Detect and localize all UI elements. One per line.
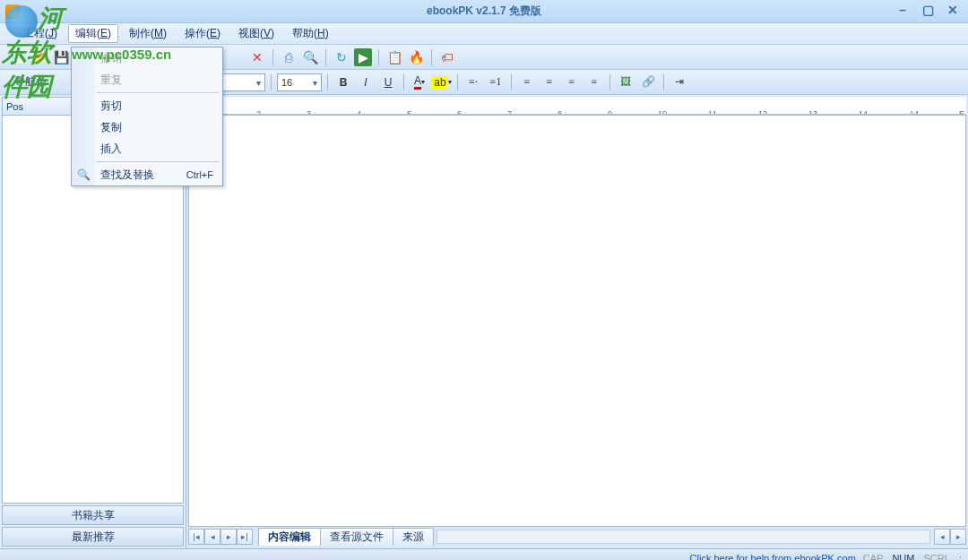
insert-image-button[interactable]: 🖼	[616, 73, 635, 92]
nav-last-button[interactable]: ▸|	[237, 529, 253, 545]
upload-button[interactable]: 📋	[385, 48, 403, 66]
nav-prev-button[interactable]: ◂	[204, 529, 220, 545]
resize-grip[interactable]: ..:	[955, 553, 961, 561]
editor-canvas[interactable]	[189, 116, 965, 526]
close-button[interactable]: ✕	[945, 4, 961, 18]
separator	[511, 74, 512, 90]
run-button[interactable]: ▶	[354, 48, 372, 66]
separator	[609, 74, 610, 90]
insert-link-button[interactable]: 🔗	[638, 73, 658, 92]
editor-tabs-row: |◂ ◂ ▸ ▸| 内容编辑 查看源文件 来源 ◂ ▸	[188, 527, 966, 547]
titlebar: ebookPK v2.1.7 免费版 – ▢ ✕	[0, 0, 968, 23]
menu-cut[interactable]: 剪切	[72, 95, 222, 116]
align-right-button[interactable]: ≡	[562, 73, 582, 92]
scroll-left-button[interactable]: ◂	[934, 529, 950, 545]
underline-button[interactable]: U	[378, 73, 398, 92]
sidebar-newest[interactable]: 最新推荐	[2, 527, 184, 547]
separator	[271, 74, 272, 90]
editor-area: |◂ ◂ ▸ ▸| 内容编辑 查看源文件 来源 ◂ ▸	[186, 95, 968, 548]
nav-next-button[interactable]: ▸	[220, 529, 237, 545]
refresh-button[interactable]: ↻	[333, 48, 350, 66]
font-color-button[interactable]: A▾	[410, 73, 429, 92]
menu-help[interactable]: 帮助(H)	[285, 24, 336, 43]
separator	[97, 161, 219, 162]
search-icon: 🔍	[76, 168, 91, 182]
delete-button[interactable]: ✕	[248, 48, 266, 66]
separator	[663, 74, 664, 90]
bullet-list-button[interactable]: ≡·	[463, 73, 483, 92]
save-button[interactable]: 💾	[52, 48, 70, 66]
nav-first-button[interactable]: |◂	[188, 529, 204, 545]
maximize-button[interactable]: ▢	[920, 4, 936, 18]
status-scrl: SCRL	[921, 553, 951, 561]
app-icon	[5, 4, 20, 19]
menu-insert[interactable]: 插入	[72, 138, 222, 159]
tab-origin[interactable]: 来源	[393, 528, 434, 546]
separator	[325, 49, 326, 65]
align-justify-button[interactable]: ≡	[584, 73, 604, 92]
italic-button[interactable]: I	[356, 73, 376, 92]
menu-operate[interactable]: 操作(E)	[177, 24, 228, 43]
nav-label: 导航条	[9, 74, 52, 90]
new-button[interactable]: 📄	[9, 48, 27, 66]
menu-redo[interactable]: 重复	[72, 69, 222, 90]
separator	[431, 49, 432, 65]
separator	[403, 74, 404, 90]
tab-view-source[interactable]: 查看源文件	[320, 528, 393, 546]
separator	[272, 49, 273, 65]
highlight-button[interactable]: ab▾	[432, 73, 452, 92]
status-num: NUM	[890, 553, 916, 561]
sidebar-book-share[interactable]: 书籍共享	[2, 505, 184, 525]
statusbar: Click here for help from ebookPK.com CAP…	[0, 548, 968, 560]
menubar: 工程(J) 编辑(E) 制作(M) 操作(E) 视图(V) 帮助(H)	[0, 23, 968, 45]
menu-project[interactable]: 工程(J)	[16, 24, 65, 43]
separator	[378, 49, 379, 65]
help-link[interactable]: Click here for help from ebookPK.com	[690, 553, 856, 561]
scroll-right-button[interactable]: ▸	[950, 529, 966, 545]
indent-button[interactable]: ⇥	[670, 73, 689, 92]
minimize-button[interactable]: –	[895, 4, 911, 18]
align-left-button[interactable]: ≡	[517, 73, 537, 92]
menu-edit[interactable]: 编辑(E)	[68, 24, 118, 43]
number-list-button[interactable]: ≡1	[486, 73, 506, 92]
pk-button[interactable]: 🏷	[438, 48, 456, 66]
shortcut-label: Ctrl+F	[186, 169, 213, 180]
separator	[327, 74, 328, 90]
menu-copy[interactable]: 复制	[72, 116, 222, 138]
horizontal-scrollbar[interactable]	[436, 530, 930, 544]
window-title: ebookPK v2.1.7 免费版	[427, 4, 541, 19]
separator	[97, 92, 219, 93]
editor-canvas-wrap	[188, 115, 966, 527]
horizontal-ruler	[188, 97, 966, 115]
tab-content-edit[interactable]: 内容编辑	[258, 528, 321, 546]
fire-button[interactable]: 🔥	[407, 48, 425, 66]
align-center-button[interactable]: ≡	[540, 73, 559, 92]
menu-view[interactable]: 视图(V)	[231, 24, 281, 43]
bold-button[interactable]: B	[333, 73, 353, 92]
font-size-combo[interactable]: 16	[277, 73, 322, 91]
status-cap: CAP	[861, 553, 886, 561]
menu-make[interactable]: 制作(M)	[122, 24, 174, 43]
nav-button[interactable]: ⎙	[280, 48, 298, 66]
edit-dropdown: 撤销 重复 剪切 复制 插入 🔍 查找及替换 Ctrl+F	[71, 47, 223, 186]
separator	[457, 74, 458, 90]
menu-find-replace[interactable]: 🔍 查找及替换 Ctrl+F	[72, 164, 222, 185]
search-icon[interactable]: 🔍	[301, 48, 319, 66]
menu-undo[interactable]: 撤销	[72, 47, 222, 69]
open-button[interactable]: 📂	[30, 48, 48, 66]
